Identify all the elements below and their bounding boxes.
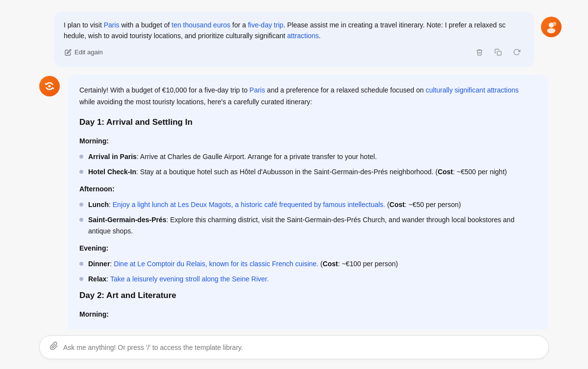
input-box: [39, 335, 549, 359]
user-message-wrapper: I plan to visit Paris with a budget of t…: [39, 12, 549, 67]
list-item: Dinner: Dine at Le Comptoir du Relais, k…: [79, 258, 536, 270]
list-item-text: Lunch: Enjoy a light lunch at Les Deux M…: [88, 199, 461, 210]
user-avatar: [541, 17, 562, 37]
list-item: Hotel Check-In: Stay at a boutique hotel…: [79, 166, 536, 178]
assistant-avatar: [39, 76, 60, 96]
day1-morning-list: Arrival in Paris: Arrive at Charles de G…: [79, 151, 536, 178]
attach-icon[interactable]: [49, 342, 58, 353]
user-bubble: I plan to visit Paris with a budget of t…: [54, 12, 534, 67]
edit-again-button[interactable]: Edit again: [65, 48, 103, 56]
day1-morning-label: Morning:: [79, 136, 536, 147]
list-item-text: Saint-Germain-des-Prés: Explore this cha…: [88, 214, 536, 237]
list-item: Arrival in Paris: Arrive at Charles de G…: [79, 151, 536, 162]
user-avatar-icon: [545, 21, 558, 33]
list-item: Relax: Take a leisurely evening stroll a…: [79, 274, 536, 285]
refresh-icon: [513, 48, 520, 56]
list-item-text: Dinner: Dine at Le Comptoir du Relais, k…: [88, 258, 398, 270]
delete-button[interactable]: [472, 46, 486, 59]
assistant-bubble: Certainly! With a budget of €10,000 for …: [68, 75, 548, 329]
bullet-dot: [79, 203, 83, 207]
day1-evening-list: Dinner: Dine at Le Comptoir du Relais, k…: [79, 258, 536, 285]
refresh-button[interactable]: [510, 46, 523, 59]
trash-icon: [476, 48, 483, 56]
assistant-avatar-icon: [43, 80, 56, 92]
day1-evening-label: Evening:: [79, 243, 536, 254]
list-item-text: Arrival in Paris: Arrive at Charles de G…: [88, 151, 377, 162]
copy-icon: [494, 48, 502, 56]
day1-afternoon-list: Lunch: Enjoy a light lunch at Les Deux M…: [79, 199, 536, 237]
user-action-icons: [472, 46, 523, 59]
svg-point-2: [547, 28, 556, 33]
user-message-text: I plan to visit Paris with a budget of t…: [64, 20, 524, 42]
chat-container: I plan to visit Paris with a budget of t…: [0, 0, 588, 329]
copy-button[interactable]: [491, 46, 505, 59]
list-item-text: Hotel Check-In: Stay at a boutique hotel…: [88, 166, 507, 178]
list-item: Saint-Germain-des-Prés: Explore this cha…: [79, 214, 536, 237]
list-item-text: Relax: Take a leisurely evening stroll a…: [88, 274, 269, 285]
bullet-dot: [79, 155, 83, 159]
bullet-dot: [79, 262, 83, 266]
list-item: Lunch: Enjoy a light lunch at Les Deux M…: [79, 199, 536, 210]
bullet-dot: [79, 218, 83, 222]
bullet-dot: [79, 277, 83, 281]
bullet-dot: [79, 170, 83, 174]
day1-afternoon-label: Afternoon:: [79, 184, 536, 195]
chat-input[interactable]: [63, 344, 539, 351]
input-area: [0, 329, 588, 369]
day1-heading: Day 1: Arrival and Settling In: [79, 115, 536, 130]
assistant-message-wrapper: Certainly! With a budget of €10,000 for …: [39, 75, 549, 329]
pencil-icon: [65, 49, 72, 56]
user-actions-bar: Edit again: [64, 46, 524, 59]
svg-point-5: [48, 85, 50, 87]
day2-heading: Day 2: Art and Literature: [79, 289, 536, 303]
assistant-intro: Certainly! With a budget of €10,000 for …: [79, 85, 536, 108]
day2-morning-label: Morning:: [79, 309, 536, 321]
svg-rect-0: [497, 51, 501, 55]
